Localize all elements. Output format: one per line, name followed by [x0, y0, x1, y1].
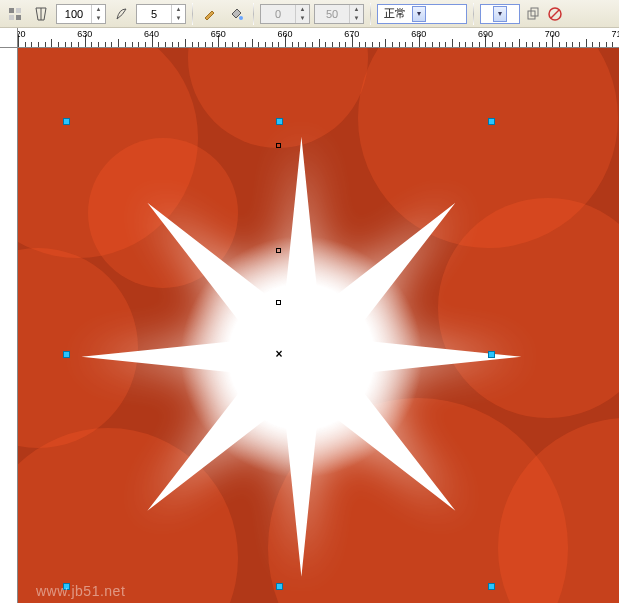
- ruler-label: 660: [278, 29, 293, 39]
- opacity-icon: [30, 3, 52, 25]
- sel-handle-ml[interactable]: [63, 351, 70, 358]
- field4-spinner: ▲▼: [349, 5, 363, 23]
- ruler-label: 670: [344, 29, 359, 39]
- copy-props-icon[interactable]: [524, 5, 542, 23]
- ruler-label: 680: [411, 29, 426, 39]
- field3: [261, 5, 295, 23]
- ruler-corner: [0, 28, 18, 48]
- separator: [370, 3, 371, 25]
- opacity-input[interactable]: ▲▼: [56, 4, 106, 24]
- sel-handle-bm[interactable]: [276, 583, 283, 590]
- feather-spinner[interactable]: ▲▼: [171, 5, 185, 23]
- sel-handle-mr[interactable]: [488, 351, 495, 358]
- node-inner[interactable]: [276, 300, 281, 305]
- field3-spinner: ▲▼: [295, 5, 309, 23]
- sel-handle-br[interactable]: [488, 583, 495, 590]
- toolbar: ▲▼ ▲▼ ▲▼ ▲▼ 正常 ▾ ▾: [0, 0, 619, 28]
- ruler-label: 630: [77, 29, 92, 39]
- field4: [315, 5, 349, 23]
- ruler-label: 640: [144, 29, 159, 39]
- ruler-label: 700: [545, 29, 560, 39]
- chevron-down-icon[interactable]: ▾: [412, 6, 426, 22]
- opacity-spinner[interactable]: ▲▼: [91, 5, 105, 23]
- ruler-label: 710: [611, 29, 619, 39]
- sel-handle-tm[interactable]: [276, 118, 283, 125]
- chevron-down-icon[interactable]: ▾: [493, 6, 507, 22]
- center-marker[interactable]: ×: [275, 347, 282, 361]
- svg-rect-0: [9, 8, 14, 13]
- svg-line-9: [551, 10, 559, 18]
- ruler-label: 650: [211, 29, 226, 39]
- sel-handle-tl[interactable]: [63, 118, 70, 125]
- opacity-field[interactable]: [57, 5, 91, 23]
- feather-input[interactable]: ▲▼: [136, 4, 186, 24]
- style-select[interactable]: ▾: [480, 4, 520, 24]
- svg-rect-2: [9, 15, 14, 20]
- svg-rect-1: [16, 8, 21, 13]
- feather-icon: [110, 3, 132, 25]
- separator: [253, 3, 254, 25]
- svg-point-5: [239, 16, 243, 20]
- svg-rect-3: [16, 15, 21, 20]
- ruler-label: 690: [478, 29, 493, 39]
- node-upper[interactable]: [276, 248, 281, 253]
- pattern-tool-icon[interactable]: [4, 3, 26, 25]
- field3-input: ▲▼: [260, 4, 310, 24]
- star-shape[interactable]: [81, 136, 521, 576]
- watermark: www.jb51.net: [36, 583, 125, 599]
- sel-handle-tr[interactable]: [488, 118, 495, 125]
- separator: [473, 3, 474, 25]
- node-top[interactable]: [276, 143, 281, 148]
- field4-input: ▲▼: [314, 4, 364, 24]
- brush-tool-icon[interactable]: [199, 3, 221, 25]
- ruler-label: 620: [18, 29, 26, 39]
- feather-field[interactable]: [137, 5, 171, 23]
- canvas[interactable]: × www.jb51.net: [18, 48, 619, 603]
- bucket-tool-icon[interactable]: [225, 3, 247, 25]
- disabled-icon: [546, 5, 564, 23]
- vertical-ruler[interactable]: [0, 48, 18, 603]
- blend-mode-label: 正常: [384, 6, 406, 21]
- separator: [192, 3, 193, 25]
- blend-mode-select[interactable]: 正常 ▾: [377, 4, 467, 24]
- horizontal-ruler[interactable]: 620630640650660670680690700710: [18, 28, 619, 48]
